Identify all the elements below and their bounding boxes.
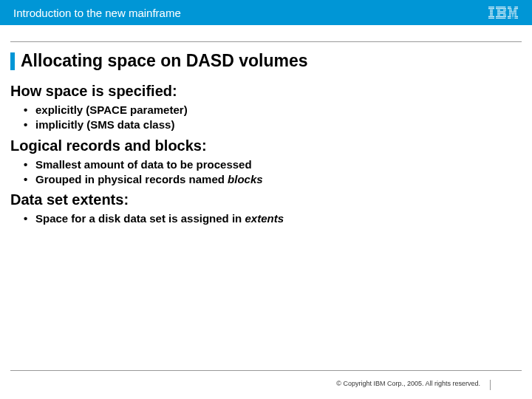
svg-rect-13 [497,13,505,14]
list-item-text: Space for a disk data set is assigned in [35,212,245,225]
footer-copyright: © Copyright IBM Corp., 2005. All rights … [336,380,480,387]
header-bar: Introduction to the new mainframe [0,0,532,25]
svg-rect-36 [513,18,514,18]
svg-rect-4 [490,13,493,14]
list-item-text: Grouped in physical records named [35,173,228,185]
svg-rect-17 [496,18,505,18]
svg-rect-23 [514,10,516,10]
svg-rect-25 [513,11,516,12]
header-title: Introduction to the new mainframe [13,7,181,19]
section-heading: How space is specified: [10,83,522,100]
section-heading: Data set extents: [10,191,522,208]
section-heading: Logical records and blocks: [10,137,522,154]
bullet-list: explicitly (SPACE parameter) implicitly … [10,103,522,133]
title-row: Allocating space on DASD volumes [10,51,522,71]
svg-rect-24 [509,11,513,12]
svg-rect-1 [488,8,494,9]
svg-rect-33 [512,16,513,17]
svg-rect-9 [496,8,506,9]
svg-rect-35 [508,18,511,18]
svg-rect-2 [490,10,493,10]
list-item: implicitly (SMS data class) [35,117,522,132]
svg-rect-7 [488,18,494,18]
list-item: Space for a disk data set is assigned in… [35,211,522,226]
svg-rect-10 [497,10,500,10]
svg-rect-30 [512,15,514,16]
svg-rect-29 [509,15,511,16]
svg-rect-3 [490,11,493,12]
svg-rect-32 [508,16,511,17]
svg-rect-31 [514,15,516,16]
svg-rect-28 [514,13,516,14]
list-item: Smallest amount of data to be processed [35,157,522,172]
svg-rect-14 [497,15,500,16]
title-accent-bar [10,52,15,70]
list-item-em: extents [245,212,284,225]
svg-rect-5 [490,15,493,16]
svg-rect-20 [508,8,511,9]
list-item: Grouped in physical records named blocks [35,172,522,187]
svg-rect-26 [509,13,511,14]
svg-rect-15 [503,15,506,16]
svg-rect-22 [509,10,512,10]
svg-rect-18 [508,7,511,7]
ibm-logo-icon [488,6,519,19]
svg-rect-12 [497,11,505,12]
svg-rect-27 [511,13,514,14]
svg-rect-37 [514,18,518,18]
svg-rect-6 [488,16,494,17]
list-item: explicitly (SPACE parameter) [35,103,522,117]
list-item-em: blocks [228,173,263,185]
svg-rect-8 [496,7,505,7]
svg-rect-19 [514,7,518,7]
footer-tick [490,380,491,390]
bullet-list: Smallest amount of data to be processed … [10,157,522,188]
svg-rect-16 [496,16,506,17]
svg-rect-11 [503,10,506,10]
bullet-list: Space for a disk data set is assigned in… [10,211,522,226]
slide-title: Allocating space on DASD volumes [21,51,308,71]
svg-rect-34 [514,16,518,17]
footer-divider [10,370,522,371]
slide-content: Allocating space on DASD volumes How spa… [0,42,532,226]
svg-rect-21 [514,8,518,9]
svg-rect-0 [488,7,494,7]
